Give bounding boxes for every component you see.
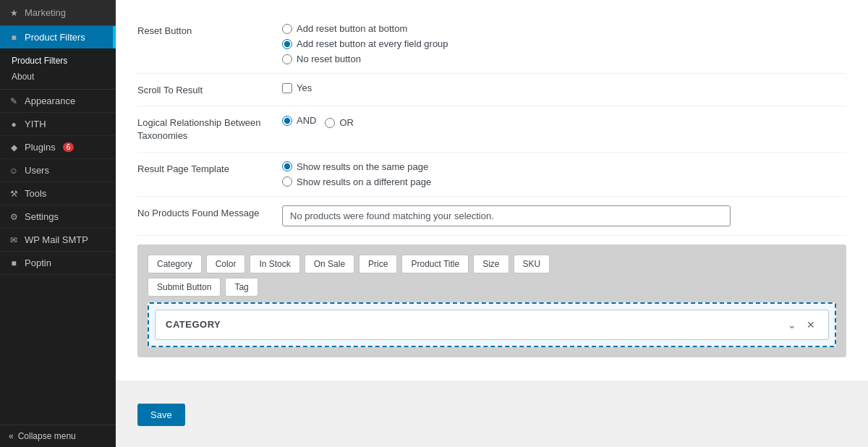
users-icon: ☺ bbox=[9, 166, 19, 176]
bottom-section: Save bbox=[116, 380, 868, 438]
logical-radio-or[interactable] bbox=[325, 118, 335, 128]
mail-icon: ✉ bbox=[9, 235, 19, 245]
sidebar-users-label: Users bbox=[25, 165, 49, 176]
no-products-message-label: No Products Found Message bbox=[137, 205, 282, 220]
sidebar-sub-menu: Product Filters About bbox=[0, 48, 116, 90]
form-row-result-page-template: Result Page Template Show results on the… bbox=[137, 153, 846, 197]
sidebar-active-label: Product Filters bbox=[25, 32, 85, 43]
scroll-to-result-control: Yes bbox=[282, 82, 846, 93]
sidebar-collapse[interactable]: « Collapse menu bbox=[0, 425, 116, 447]
save-button[interactable]: Save bbox=[137, 404, 185, 426]
sidebar-item-settings[interactable]: ⚙ Settings bbox=[0, 205, 116, 229]
plugins-badge: 6 bbox=[63, 142, 75, 152]
logical-option-and: AND bbox=[282, 115, 316, 126]
reset-button-options: Add reset button at bottom Add reset but… bbox=[282, 23, 846, 64]
filter-btn-category[interactable]: Category bbox=[148, 255, 202, 273]
settings-panel: Reset Button Add reset button at bottom … bbox=[116, 0, 868, 380]
reset-label-every-group: Add reset button at every field group bbox=[297, 38, 448, 49]
reset-label-none: No reset button bbox=[297, 54, 361, 64]
reset-radio-none[interactable] bbox=[282, 54, 292, 64]
logical-relationship-control: AND OR bbox=[282, 115, 846, 130]
drop-zone[interactable]: CATEGORY ⌄ ✕ bbox=[148, 302, 836, 347]
logical-radio-group: AND OR bbox=[282, 115, 846, 130]
sidebar-item-yith[interactable]: ● YITH bbox=[0, 113, 116, 136]
sidebar-item-product-filters[interactable]: ■ Product Filters bbox=[0, 26, 116, 48]
palette-icon: ✎ bbox=[9, 96, 19, 106]
form-row-scroll-to-result: Scroll To Result Yes bbox=[137, 74, 846, 106]
sidebar-wpmail-label: WP Mail SMTP bbox=[25, 234, 88, 245]
scroll-label-yes: Yes bbox=[297, 82, 312, 93]
sidebar-marketing-header[interactable]: ★ Marketing bbox=[0, 0, 116, 26]
category-item: CATEGORY ⌄ ✕ bbox=[155, 310, 829, 340]
filter-buttons-area: Category Color In Stock On Sale Price Pr… bbox=[137, 244, 846, 357]
plugin-icon: ◆ bbox=[9, 142, 19, 153]
reset-option-none: No reset button bbox=[282, 54, 846, 64]
result-label-different-page: Show results on a different page bbox=[297, 176, 431, 187]
form-row-no-products-message: No Products Found Message bbox=[137, 197, 846, 236]
result-radio-same-page[interactable] bbox=[282, 161, 292, 171]
filter-btn-submit[interactable]: Submit Button bbox=[148, 278, 221, 297]
category-expand-button[interactable]: ⌄ bbox=[785, 318, 799, 332]
reset-label-bottom: Add reset button at bottom bbox=[297, 23, 407, 34]
result-option-different-page: Show results on a different page bbox=[282, 176, 846, 187]
reset-option-every-group: Add reset button at every field group bbox=[282, 38, 846, 49]
sidebar-item-plugins[interactable]: ◆ Plugins 6 bbox=[0, 136, 116, 159]
collapse-label: Collapse menu bbox=[18, 431, 76, 441]
filter-buttons-row-1: Category Color In Stock On Sale Price Pr… bbox=[148, 255, 836, 273]
result-radio-different-page[interactable] bbox=[282, 176, 292, 187]
poptin-icon: ■ bbox=[9, 258, 19, 268]
filter-buttons-row-2: Submit Button Tag bbox=[148, 278, 836, 297]
sidebar-settings-label: Settings bbox=[25, 211, 59, 222]
sidebar-sub-item-product-filters[interactable]: Product Filters bbox=[0, 53, 116, 69]
sidebar-marketing-label: Marketing bbox=[25, 7, 66, 18]
scroll-option-yes: Yes bbox=[282, 82, 846, 93]
sidebar-item-wp-mail-smtp[interactable]: ✉ WP Mail SMTP bbox=[0, 229, 116, 252]
no-products-message-control bbox=[282, 205, 846, 226]
tools-icon: ⚒ bbox=[9, 189, 19, 199]
sidebar-item-tools[interactable]: ⚒ Tools bbox=[0, 182, 116, 205]
filter-btn-tag[interactable]: Tag bbox=[225, 278, 258, 297]
filter-btn-price[interactable]: Price bbox=[359, 255, 397, 273]
sidebar-item-appearance[interactable]: ✎ Appearance bbox=[0, 90, 116, 113]
logical-relationship-label: Logical Relationship Between Taxonomies bbox=[137, 115, 282, 142]
marketing-icon: ★ bbox=[9, 8, 19, 18]
scroll-checkbox-yes[interactable] bbox=[282, 83, 292, 93]
sidebar-sub-item-about[interactable]: About bbox=[0, 69, 116, 85]
reset-radio-every-group[interactable] bbox=[282, 39, 292, 49]
sidebar-yith-label: YITH bbox=[25, 119, 46, 129]
sidebar: ★ Marketing ■ Product Filters Product Fi… bbox=[0, 0, 116, 447]
result-page-template-control: Show results on the same page Show resul… bbox=[282, 161, 846, 187]
filter-btn-product-title[interactable]: Product Title bbox=[401, 255, 469, 273]
main-content: Reset Button Add reset button at bottom … bbox=[116, 0, 868, 447]
no-products-message-input[interactable] bbox=[282, 205, 731, 226]
category-item-label: CATEGORY bbox=[166, 319, 221, 330]
logical-radio-and[interactable] bbox=[282, 116, 292, 126]
category-item-controls: ⌄ ✕ bbox=[785, 318, 818, 332]
product-filters-icon: ■ bbox=[9, 33, 19, 43]
scroll-to-result-label: Scroll To Result bbox=[137, 82, 282, 97]
sidebar-appearance-label: Appearance bbox=[25, 95, 75, 106]
filter-btn-on-sale[interactable]: On Sale bbox=[305, 255, 354, 273]
filter-btn-in-stock[interactable]: In Stock bbox=[250, 255, 299, 273]
filter-btn-sku[interactable]: SKU bbox=[514, 255, 550, 273]
sidebar-plugins-label: Plugins bbox=[25, 142, 56, 153]
settings-icon: ⚙ bbox=[9, 212, 19, 222]
sidebar-poptin-label: Poptin bbox=[25, 257, 51, 268]
result-label-same-page: Show results on the same page bbox=[297, 161, 428, 172]
result-option-same-page: Show results on the same page bbox=[282, 161, 846, 172]
reset-button-label: Reset Button bbox=[137, 23, 282, 38]
sidebar-item-poptin[interactable]: ■ Poptin bbox=[0, 252, 116, 275]
collapse-icon: « bbox=[9, 431, 14, 441]
sidebar-item-users[interactable]: ☺ Users bbox=[0, 159, 116, 182]
logical-label-or: OR bbox=[339, 117, 354, 128]
filter-btn-size[interactable]: Size bbox=[473, 255, 509, 273]
yith-icon: ● bbox=[9, 119, 19, 129]
reset-radio-bottom[interactable] bbox=[282, 24, 292, 34]
logical-option-or: OR bbox=[325, 117, 354, 128]
category-remove-button[interactable]: ✕ bbox=[804, 318, 818, 332]
reset-option-bottom: Add reset button at bottom bbox=[282, 23, 846, 34]
filter-btn-color[interactable]: Color bbox=[206, 255, 246, 273]
form-row-reset-button: Reset Button Add reset button at bottom … bbox=[137, 14, 846, 74]
form-row-logical-relationship: Logical Relationship Between Taxonomies … bbox=[137, 106, 846, 152]
sidebar-tools-label: Tools bbox=[25, 188, 46, 199]
